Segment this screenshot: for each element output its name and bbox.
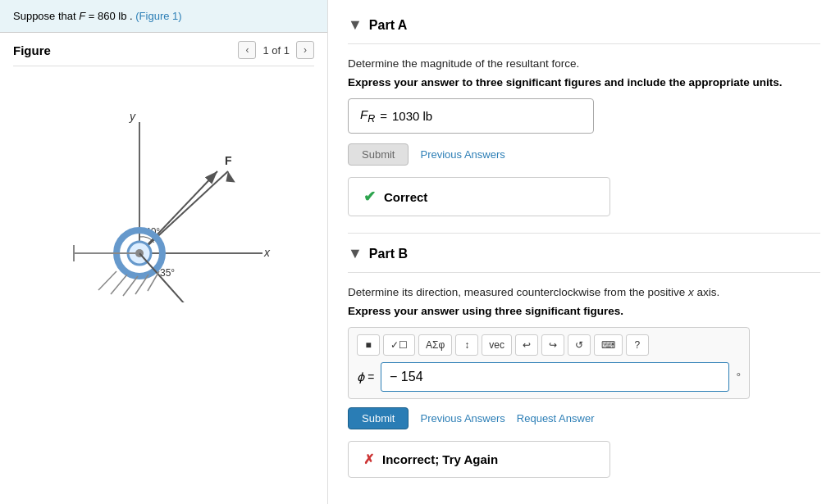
svg-text:y: y: [129, 110, 136, 123]
part-b-action-row: Submit Previous Answers Request Answer: [348, 407, 820, 429]
part-a-section: ▼ Part A Determine the magnitude of the …: [348, 16, 820, 216]
part-b-previous-answers-link[interactable]: Previous Answers: [420, 412, 504, 425]
toolbar-help-btn[interactable]: ?: [626, 334, 649, 356]
toolbar-keyboard-btn[interactable]: ⌨: [594, 334, 623, 356]
part-a-action-row: Submit Previous Answers: [348, 143, 820, 166]
input-row: ϕ = °: [357, 362, 741, 392]
part-b-incorrect-box: ✗ Incorrect; Try Again: [348, 441, 610, 478]
toolbar-arrows-btn[interactable]: ↕: [455, 334, 478, 356]
toolbar-refresh-btn[interactable]: ↺: [568, 334, 591, 356]
svg-line-19: [98, 271, 116, 290]
part-a-answer-label: FR: [360, 107, 375, 125]
checkmark-icon: ✔: [363, 188, 376, 206]
problem-statement: Suppose that F = 860 lb . (Figure 1): [0, 0, 327, 33]
part-a-answer-box: FR = 1030 lb: [348, 98, 594, 134]
figure-title: Figure: [13, 43, 51, 57]
toolbar-matrix-btn[interactable]: ■: [357, 334, 380, 356]
toolbar-undo-btn[interactable]: ↩: [515, 334, 538, 356]
part-b-submit-button[interactable]: Submit: [348, 407, 409, 429]
part-a-equals: =: [380, 109, 387, 123]
part-a-correct-box: ✔ Correct: [348, 177, 610, 216]
toolbar-redo-btn[interactable]: ↪: [541, 334, 564, 356]
figure-count: 1 of 1: [262, 44, 290, 57]
prev-figure-button[interactable]: ‹: [238, 41, 256, 59]
part-a-answer-value: 1030 lb: [392, 109, 432, 123]
math-toolbar: ■ ✓☐ ΑΣφ ↕ vec ↩ ↪ ↺ ⌨ ? ϕ = °: [348, 327, 750, 399]
part-b-header: ▼ Part B: [348, 233, 820, 273]
part-a-previous-answers-link[interactable]: Previous Answers: [420, 148, 504, 161]
svg-text:x: x: [263, 246, 271, 259]
part-a-submit-button[interactable]: Submit: [348, 143, 409, 166]
part-b-toggle[interactable]: ▼: [348, 245, 363, 262]
part-b-math-input[interactable]: [381, 362, 729, 392]
correct-label: Correct: [384, 190, 427, 204]
part-b-request-answer-link[interactable]: Request Answer: [517, 412, 595, 425]
part-a-question1: Determine the magnitude of the resultant…: [348, 57, 820, 70]
toolbar-vec-btn[interactable]: vec: [482, 334, 512, 356]
part-a-toggle[interactable]: ▼: [348, 16, 363, 34]
part-a-label: Part A: [369, 18, 408, 33]
figure-header: Figure ‹ 1 of 1 ›: [13, 41, 314, 66]
cross-icon: ✗: [363, 452, 374, 467]
toolbar-row: ■ ✓☐ ΑΣφ ↕ vec ↩ ↪ ↺ ⌨ ?: [357, 334, 741, 356]
figure-canvas: y x F 40°: [33, 73, 295, 302]
phi-label: ϕ =: [357, 370, 374, 384]
figure-nav: ‹ 1 of 1 ›: [238, 41, 314, 59]
part-b-question2: Express your answer using three signific…: [348, 305, 820, 317]
part-a-header: ▼ Part A: [348, 16, 820, 44]
problem-text: Suppose that F = 860 lb .: [13, 10, 135, 22]
toolbar-sqrt-btn[interactable]: ✓☐: [383, 334, 415, 356]
figure-diagram: y x F 40°: [33, 73, 295, 302]
part-a-question2: Express your answer to three significant…: [348, 76, 820, 89]
toolbar-greek-btn[interactable]: ΑΣφ: [418, 334, 452, 356]
degree-symbol: °: [736, 370, 741, 384]
svg-text:35°: 35°: [160, 267, 175, 279]
figure-link[interactable]: (Figure 1): [135, 10, 181, 22]
svg-line-20: [111, 275, 127, 294]
right-panel: ▼ Part A Determine the magnitude of the …: [328, 0, 840, 504]
svg-text:F: F: [225, 154, 232, 167]
svg-marker-5: [221, 171, 236, 187]
figure-section: Figure ‹ 1 of 1 › y x: [0, 33, 327, 504]
part-b-section: ▼ Part B Determine its direction, measur…: [348, 233, 820, 478]
part-b-label: Part B: [369, 247, 408, 261]
svg-line-7: [139, 171, 217, 253]
next-figure-button[interactable]: ›: [296, 41, 314, 59]
left-panel: Suppose that F = 860 lb . (Figure 1) Fig…: [0, 0, 328, 504]
incorrect-label: Incorrect; Try Again: [382, 452, 498, 466]
part-b-question1: Determine its direction, measured counte…: [348, 286, 820, 298]
